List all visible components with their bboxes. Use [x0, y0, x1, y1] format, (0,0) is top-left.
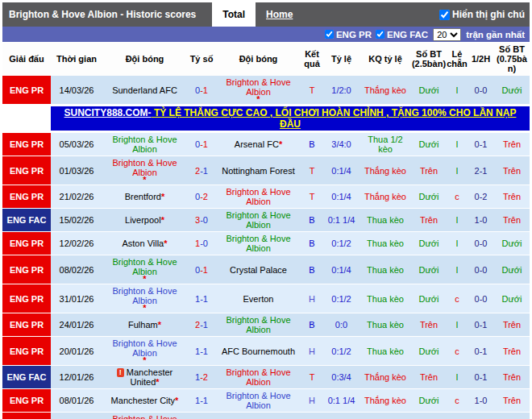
- score-cell: 1-1: [187, 389, 216, 413]
- match-date: 31/01/26: [51, 284, 102, 313]
- league-badge: ENG FAC: [2, 209, 51, 232]
- handicap-odds: 0:1/4: [323, 156, 360, 185]
- result-letter: T: [301, 185, 323, 209]
- team-name[interactable]: Everton: [243, 294, 274, 304]
- eng-fac-checkbox[interactable]: [376, 30, 384, 39]
- score-cell: 0-2: [187, 185, 216, 209]
- match-rows: ENG PR14/03/26Sunderland AFC0-1Brighton …: [2, 76, 530, 419]
- team-name[interactable]: Brighton & Hove Albion: [112, 414, 177, 419]
- tab-home[interactable]: Home: [256, 2, 303, 27]
- goals-075-result: Trên: [494, 413, 530, 419]
- team-name[interactable]: Sunderland AFC: [112, 85, 177, 95]
- ad-row-league-cell: [2, 105, 51, 133]
- match-date: 12/02/26: [51, 232, 102, 255]
- historic-scores-panel: Brighton & Hove Albion - Historic scores…: [2, 2, 530, 419]
- filter-bar: ENG PR ENG FAC 20 trận gần nhất: [2, 27, 530, 42]
- odds-result: Thắng kèo: [360, 185, 411, 209]
- home-team-cell: Brentford*: [102, 185, 187, 209]
- league-badge: ENG PR: [2, 284, 51, 313]
- header-date: Thời gian: [51, 42, 102, 76]
- goals-075-result: Trên: [494, 389, 530, 413]
- result-letter: H: [301, 337, 323, 366]
- home-team-cell: Brighton & Hove Albion*: [102, 156, 187, 185]
- team-name[interactable]: Brighton & Hove Albion: [226, 187, 290, 206]
- odd-even-result: c: [447, 413, 468, 419]
- eng-fac-filter: ENG FAC: [375, 29, 428, 39]
- league-badge: ENG PR: [2, 133, 51, 156]
- team-name[interactable]: Brighton & Hove Albion: [226, 315, 290, 334]
- tab-group: Total Home: [212, 2, 303, 27]
- star-icon: *: [158, 320, 161, 330]
- score-cell: 1-1: [187, 337, 216, 366]
- match-count-select[interactable]: 20: [433, 28, 461, 41]
- ad-row: SUNCITY888.COM- TỶ LỆ THẮNG CỰC CAO , LỐ…: [2, 105, 530, 133]
- team-name[interactable]: AFC Bournemouth: [222, 346, 295, 356]
- away-team-cell: AFC Bournemouth: [216, 337, 301, 366]
- handicap-odds: 0:3/4: [323, 366, 360, 389]
- table-row: ENG PR24/01/26Fulham*2-1Brighton & Hove …: [2, 313, 530, 337]
- away-team-cell: Brighton & Hove Albion: [216, 313, 301, 337]
- eng-pr-checkbox[interactable]: [325, 30, 334, 39]
- table-header: Giải đấu Thời gian Đội bóng Tỷ số Đội bó…: [2, 42, 530, 76]
- team-name[interactable]: Manchester City: [111, 396, 175, 405]
- home-team-cell: Aston Villa*: [102, 232, 187, 255]
- goals-25-result: Dưới: [411, 133, 447, 156]
- team-name[interactable]: Nottingham Forest: [222, 166, 294, 176]
- team-name[interactable]: Arsenal FC: [235, 139, 279, 149]
- team-name[interactable]: Aston Villa: [122, 239, 164, 248]
- odd-even-result: c: [447, 284, 468, 313]
- tab-total[interactable]: Total: [212, 2, 256, 27]
- team-name[interactable]: Brentford: [125, 192, 161, 201]
- goals-075-result: Dưới: [494, 232, 530, 255]
- odds-result: Thua kèo: [360, 232, 411, 255]
- home-team-cell: Brighton & Hove Albion*: [102, 337, 187, 366]
- goals-075-result: Dưới: [494, 284, 530, 313]
- away-team-cell: Arsenal FC*: [216, 133, 301, 156]
- table-row: ENG PR05/03/26Brighton & Hove Albion0-1A…: [2, 133, 530, 156]
- team-name[interactable]: Brighton & Hove Albion: [226, 367, 290, 387]
- show-notes-label: Hiển thị ghi chú: [452, 9, 525, 20]
- team-name[interactable]: Brighton & Hove Albion: [226, 210, 290, 230]
- show-notes-checkbox[interactable]: [439, 10, 450, 20]
- ad-link[interactable]: SUNCITY888.COM- TỶ LỆ THẮNG CỰC CAO , LỐ…: [51, 106, 530, 131]
- team-name[interactable]: Fulham: [128, 320, 158, 330]
- goals-25-result: Trên: [411, 209, 447, 232]
- handicap-odds: 3/4:0: [323, 133, 360, 156]
- header-odds-result: KQ tỷ lệ: [360, 42, 411, 76]
- team-name[interactable]: Liverpool: [125, 215, 161, 225]
- league-badge: ENG PR: [2, 232, 51, 255]
- goals-075-result: Dưới: [494, 255, 530, 284]
- away-team-cell: Nottingham Forest: [216, 156, 301, 185]
- away-goals: 2: [203, 192, 208, 201]
- table-row: ENG FAC15/02/26Liverpool*3-0Brighton & H…: [2, 209, 530, 232]
- result-letter: T: [301, 76, 323, 105]
- goals-075-result: Trên: [494, 209, 530, 232]
- home-team-cell: Fulham*: [102, 313, 187, 337]
- team-name[interactable]: Brighton & Hove Albion: [226, 234, 290, 253]
- table-row: ENG PR31/01/26Brighton & Hove Albion*1-1…: [2, 284, 530, 313]
- away-goals: 1: [203, 85, 208, 95]
- team-name[interactable]: Brighton & Hove Albion: [226, 391, 290, 410]
- team-name[interactable]: Crystal Palace: [230, 265, 287, 275]
- odd-even-result: l: [447, 232, 468, 255]
- home-team-cell: Liverpool*: [102, 209, 187, 232]
- historic-scores-table: Giải đấu Thời gian Đội bóng Tỷ số Đội bó…: [2, 42, 530, 419]
- match-date: 14/03/26: [51, 76, 102, 105]
- result-letter: T: [301, 413, 323, 419]
- show-notes-control: Hiển thị ghi chú: [439, 2, 530, 27]
- header-result: Kết quả: [301, 42, 323, 76]
- away-team-cell: Crystal Palace: [216, 255, 301, 284]
- star-icon: *: [102, 177, 187, 183]
- header-odd-even: Lẻ chẵn: [447, 42, 468, 76]
- score-cell: 1-1: [187, 284, 216, 313]
- away-team-cell: Brighton & Hove Albion: [216, 232, 301, 255]
- odds-result: Thắng kèo: [360, 366, 411, 389]
- goals-25-result: Dưới: [411, 185, 447, 209]
- goals-25-result: Dưới: [411, 389, 447, 413]
- team-name[interactable]: Brighton & Hove Albion: [112, 135, 177, 154]
- team-name[interactable]: Manchester United: [127, 367, 172, 387]
- away-team-cell: Burnley: [216, 413, 301, 419]
- away-goals: 0: [203, 215, 208, 225]
- away-team-cell: Brighton & Hove Albion: [216, 209, 301, 232]
- league-badge: ENG PR: [2, 185, 51, 209]
